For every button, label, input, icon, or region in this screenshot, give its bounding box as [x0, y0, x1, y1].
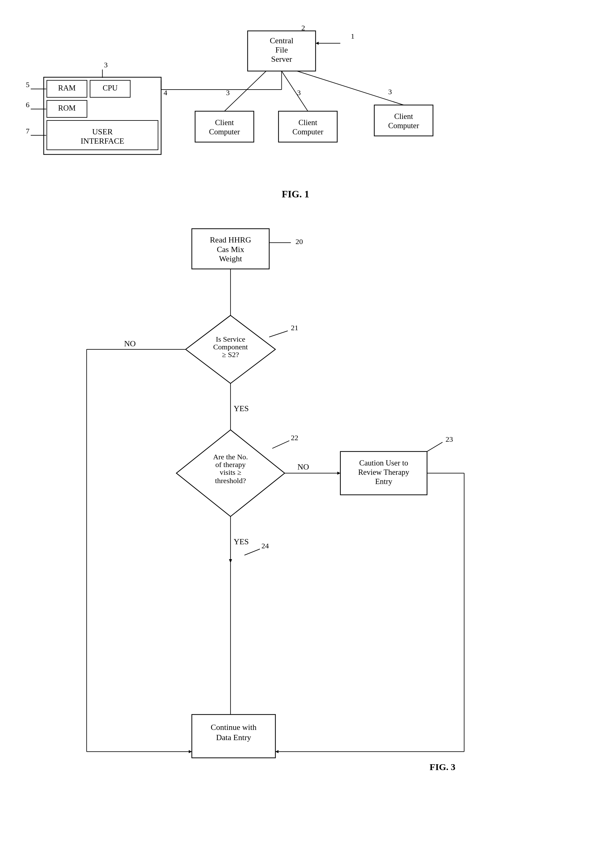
svg-text:22: 22 [291, 434, 298, 442]
svg-line-39 [225, 71, 266, 111]
fig1-container: Central File Server 2 1 RAM CPU ROM USER [25, 19, 566, 179]
svg-text:20: 20 [296, 238, 303, 246]
svg-marker-73 [337, 472, 340, 475]
fig3-container: Read HHRG Cas Mix Weight 20 Is Service C… [25, 212, 566, 815]
svg-line-70 [272, 441, 289, 449]
svg-text:Caution User to: Caution User to [359, 459, 408, 467]
svg-text:Data Entry: Data Entry [216, 733, 251, 742]
svg-text:RAM: RAM [58, 84, 76, 92]
svg-marker-89 [229, 559, 232, 563]
svg-text:3: 3 [389, 88, 392, 96]
svg-text:Entry: Entry [375, 477, 392, 486]
svg-text:of therapy: of therapy [215, 461, 245, 469]
svg-text:Weight: Weight [219, 254, 242, 263]
svg-line-41 [282, 71, 308, 111]
svg-text:6: 6 [26, 101, 30, 109]
svg-text:YES: YES [233, 537, 249, 546]
svg-text:7: 7 [26, 127, 30, 135]
svg-text:3: 3 [104, 61, 108, 69]
svg-line-79 [427, 442, 442, 452]
svg-text:24: 24 [262, 542, 269, 550]
svg-text:3: 3 [297, 89, 301, 97]
svg-text:5: 5 [26, 81, 30, 89]
svg-text:Client: Client [215, 118, 234, 127]
svg-text:Is Service: Is Service [216, 335, 245, 343]
svg-text:Server: Server [271, 55, 292, 63]
svg-marker-62 [189, 750, 192, 753]
svg-text:Computer: Computer [389, 121, 420, 130]
svg-line-56 [269, 331, 288, 337]
svg-text:CPU: CPU [103, 84, 118, 92]
svg-text:2: 2 [301, 24, 305, 32]
svg-text:Computer: Computer [209, 128, 240, 136]
svg-text:Are the No.: Are the No. [213, 453, 248, 461]
svg-text:NO: NO [124, 339, 136, 348]
svg-text:Computer: Computer [293, 128, 324, 136]
svg-marker-6 [316, 42, 319, 45]
svg-text:visits ≥: visits ≥ [220, 468, 241, 476]
svg-text:23: 23 [445, 435, 453, 443]
svg-text:Component: Component [213, 343, 248, 351]
svg-text:Read HHRG: Read HHRG [210, 236, 251, 245]
svg-text:FIG. 3: FIG. 3 [430, 762, 455, 772]
svg-text:≥  S2?: ≥ S2? [222, 351, 239, 359]
svg-text:USER: USER [92, 127, 113, 136]
svg-text:ROM: ROM [58, 104, 76, 112]
svg-text:Continue with: Continue with [211, 723, 256, 732]
svg-text:21: 21 [291, 324, 298, 332]
svg-text:INTERFACE: INTERFACE [81, 137, 124, 146]
svg-rect-36 [374, 105, 433, 136]
page: Central File Server 2 1 RAM CPU ROM USER [0, 0, 591, 868]
svg-text:Client: Client [298, 118, 317, 127]
svg-rect-30 [195, 111, 254, 142]
svg-text:File: File [275, 46, 288, 55]
svg-text:threshold?: threshold? [215, 477, 246, 485]
svg-text:Review Therapy: Review Therapy [358, 468, 409, 476]
svg-text:Cas Mix: Cas Mix [217, 245, 244, 254]
svg-text:YES: YES [233, 404, 249, 413]
svg-marker-84 [275, 750, 278, 753]
svg-line-87 [244, 549, 260, 555]
svg-line-43 [297, 71, 404, 105]
svg-rect-33 [279, 111, 337, 142]
svg-text:NO: NO [297, 462, 309, 471]
svg-text:1: 1 [351, 32, 355, 40]
fig1-label: FIG. 1 [25, 188, 566, 200]
svg-text:Central: Central [270, 36, 294, 45]
svg-text:4: 4 [164, 89, 167, 97]
svg-text:Client: Client [394, 112, 413, 121]
svg-text:3: 3 [226, 89, 230, 97]
